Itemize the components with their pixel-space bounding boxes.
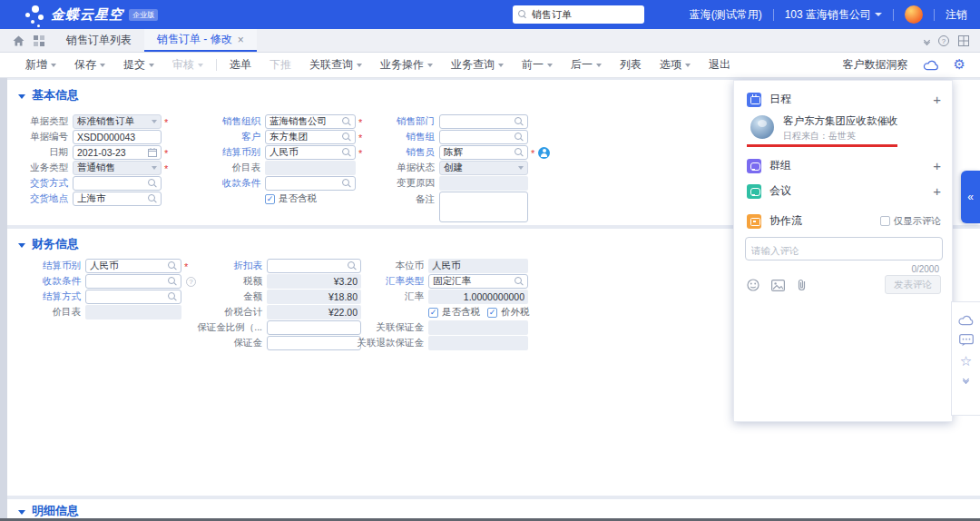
payment-terms-lookup[interactable] [265,176,356,191]
field-payment-terms: 收款条件 [203,176,356,191]
collapse-triangle-icon [18,510,25,515]
only-comments-checkbox[interactable] [880,216,890,226]
business-type-select[interactable]: 普通销售 [73,161,162,175]
topbar-right: 蓝海(测试常用) 103 蓝海销售公司 注销 [690,5,967,24]
gear-icon[interactable]: ⚙ [954,58,965,72]
tab-order-edit[interactable]: 销售订单 - 修改× [144,29,257,52]
image-icon[interactable] [771,280,785,291]
deposit-input[interactable] [267,336,361,350]
delivery-place-lookup[interactable]: 上海市 [73,192,162,206]
field-fin-tax-flags: 是否含税 价外税 [348,305,537,319]
favorite-star-icon[interactable]: ☆ [960,355,972,369]
bill-no-input[interactable]: XSDD000043 [73,130,162,144]
settle-method-lookup[interactable] [85,290,181,304]
rate-type-lookup[interactable]: 固定汇率 [428,274,528,289]
sales-dept-lookup[interactable] [439,114,528,129]
collapse-triangle-icon [18,94,25,99]
schedule-avatar [750,115,774,139]
sales-org-lookup[interactable]: 蓝海销售公司 [265,114,356,129]
tab-order-list[interactable]: 销售订单列表 [54,29,144,52]
deposit-ratio-input[interactable] [267,320,361,335]
schedule-section: 日程 + [747,92,941,107]
collapse-triangle-icon [18,243,25,248]
tab-bar: 销售订单列表 销售订单 - 修改× [0,29,980,53]
field-deposit: 保证金 [194,336,361,350]
add-group-button[interactable]: + [933,159,941,172]
comment-input-box[interactable] [745,237,943,260]
org-switcher[interactable]: 103 蓝海销售公司 [785,7,882,23]
collapse-tabs-icon[interactable] [925,38,929,44]
help-icon[interactable] [938,35,949,46]
only-comments-toggle[interactable]: 仅显示评论 [880,215,942,228]
required-marker [528,144,534,161]
delivery-method-lookup[interactable] [73,176,162,191]
schedule-item-title[interactable]: 客户东方集团应收款催收 [783,114,898,128]
scroll-down-icon[interactable] [964,377,968,383]
user-avatar[interactable] [905,5,923,24]
salesperson-lookup[interactable]: 陈辉 [439,145,528,160]
add-meeting-button[interactable]: + [933,184,941,198]
contact-card-icon[interactable] [538,147,550,159]
chevron-down-icon [596,64,602,67]
layout-settings-icon[interactable] [958,35,969,46]
new-button[interactable]: 新增 [16,57,65,73]
workspace-label[interactable]: 蓝海(测试常用) [690,7,762,23]
field-customer: 客户 东方集团 [203,130,362,144]
field-base-currency: 本位币 人民币 [348,259,528,273]
business-ops-button[interactable]: 业务操作 [371,57,442,73]
options-button[interactable]: 选项 [651,57,700,73]
discount-list-lookup[interactable] [267,259,361,273]
save-button[interactable]: 保存 [65,57,114,73]
bill-type-select[interactable]: 标准销售订单 [73,114,162,129]
required-marker [162,144,168,161]
list-button[interactable]: 列表 [611,57,651,73]
field-rate-type: 汇率类型 固定汇率 [348,274,528,289]
attachment-icon[interactable] [797,279,808,291]
home-icon[interactable] [13,35,24,46]
comment-input[interactable] [751,245,936,256]
fin-payment-terms-lookup[interactable] [85,274,181,289]
related-query-button[interactable]: 关联查询 [300,57,371,73]
search-icon [168,277,177,286]
remarks-textarea[interactable] [439,192,528,222]
settle-currency-lookup[interactable]: 人民币 [265,145,356,160]
section-detail-header[interactable]: 明细信息 [18,503,79,519]
workbench-grid-icon[interactable] [34,35,44,46]
required-marker [356,113,362,130]
push-down-button: 下推 [260,57,300,73]
global-search[interactable] [513,5,644,24]
char-counter: 0/2000 [911,264,939,274]
comments-icon[interactable] [959,334,974,347]
collapse-panel-tab[interactable]: « [961,171,980,223]
extra-price-tax-checkbox[interactable] [487,308,497,318]
section-basic-header[interactable]: 基本信息 [18,87,79,103]
fin-tax-included-checkbox[interactable] [428,308,438,318]
add-schedule-button[interactable]: + [933,93,941,106]
field-linked-deposit: 关联保证金 [348,320,528,335]
previous-button[interactable]: 前一 [513,57,562,73]
cloud-icon[interactable] [923,60,939,71]
close-icon[interactable]: × [238,34,244,46]
section-finance-header[interactable]: 财务信息 [18,236,79,252]
date-picker[interactable]: 2021-03-23 [73,145,162,160]
field-salesperson: 销售员 陈辉 [379,145,550,160]
divider [216,59,217,71]
customer-insight-link[interactable]: 客户数据洞察 [843,57,908,73]
exit-button[interactable]: 退出 [700,57,740,73]
emoji-icon[interactable] [747,279,760,291]
sales-group-lookup[interactable] [439,130,528,144]
right-tool-rail: ☆ [951,301,980,416]
logout-button[interactable]: 注销 [946,7,967,23]
tax-included-checkbox[interactable] [265,194,275,204]
change-reason-readonly [439,176,528,191]
business-query-button[interactable]: 业务查询 [442,57,513,73]
submit-button[interactable]: 提交 [114,57,163,73]
fin-settle-currency-lookup[interactable]: 人民币 [85,259,181,273]
search-input[interactable] [532,9,639,20]
post-comment-button[interactable]: 发表评论 [885,275,941,294]
select-order-button[interactable]: 选单 [220,57,260,73]
field-tax-included: 是否含税 [203,192,324,206]
customer-lookup[interactable]: 东方集团 [265,130,356,144]
next-button[interactable]: 后一 [562,57,611,73]
cloud-icon[interactable] [958,315,974,326]
